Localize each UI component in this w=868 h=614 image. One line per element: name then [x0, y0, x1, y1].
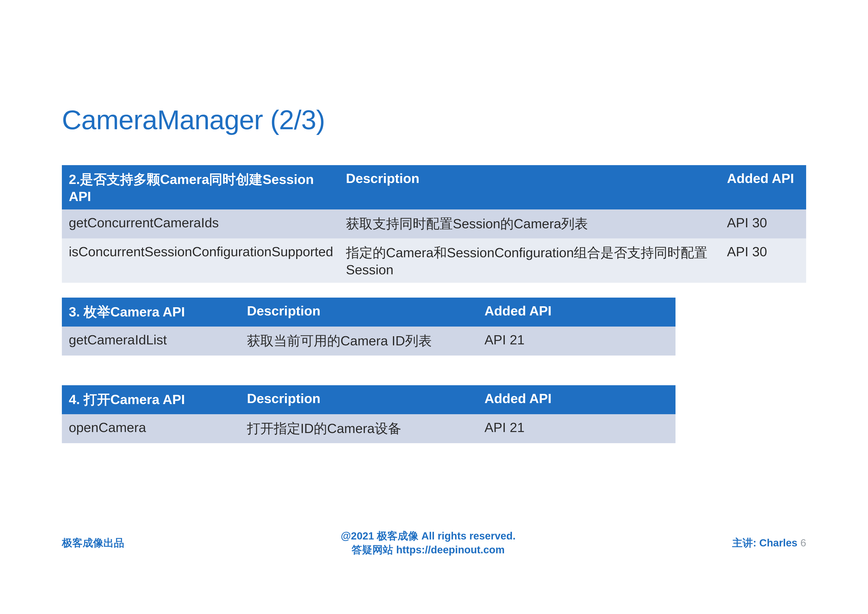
table-cell: API 30 [720, 238, 806, 283]
table-cell: openCamera [62, 414, 240, 443]
table-cell: API 21 [477, 326, 676, 356]
api-table: 2.是否支持多颗Camera同时创建Session APIDescription… [62, 165, 806, 283]
presenter-label: 主讲: Charles [732, 536, 797, 550]
table-row: isConcurrentSessionConfigurationSupporte… [62, 238, 806, 283]
table-header-cell: 3. 枚举Camera API [62, 298, 240, 326]
table-cell: API 21 [477, 414, 676, 443]
footer: 极客成像出品 @2021 极客成像 All rights reserved. 答… [62, 529, 806, 557]
table-row: getConcurrentCameraIds获取支持同时配置Session的Ca… [62, 210, 806, 238]
table-header-cell: Added API [720, 165, 806, 210]
api-table: 3. 枚举Camera APIDescriptionAdded APIgetCa… [62, 298, 676, 356]
api-table: 4. 打开Camera APIDescriptionAdded APIopenC… [62, 385, 676, 443]
table-header-cell: Description [240, 385, 477, 414]
page-title: CameraManager (2/3) [62, 104, 806, 135]
table-cell: 打开指定ID的Camera设备 [240, 414, 477, 443]
table-cell: 指定的Camera和SessionConfiguration组合是否支持同时配置… [339, 238, 720, 283]
table-cell: 获取支持同时配置Session的Camera列表 [339, 210, 720, 238]
footer-center-line1: @2021 极客成像 All rights reserved. [341, 529, 515, 543]
table-row: getCameraIdList获取当前可用的Camera ID列表API 21 [62, 326, 676, 356]
page-number: 6 [800, 537, 806, 549]
table-cell: getCameraIdList [62, 326, 240, 356]
table-row: openCamera打开指定ID的Camera设备API 21 [62, 414, 676, 443]
footer-left: 极客成像出品 [62, 536, 124, 550]
table-header-cell: Description [339, 165, 720, 210]
table-header-cell: Description [240, 298, 477, 326]
tables-container: 2.是否支持多颗Camera同时创建Session APIDescription… [62, 165, 806, 443]
table-cell: API 30 [720, 210, 806, 238]
table-cell: 获取当前可用的Camera ID列表 [240, 326, 477, 356]
table-cell: isConcurrentSessionConfigurationSupporte… [62, 238, 339, 283]
table-cell: getConcurrentCameraIds [62, 210, 339, 238]
footer-center: @2021 极客成像 All rights reserved. 答疑网站 htt… [341, 529, 515, 557]
footer-center-line2: 答疑网站 https://deepinout.com [341, 543, 515, 557]
table-header-cell: 2.是否支持多颗Camera同时创建Session API [62, 165, 339, 210]
footer-right: 主讲: Charles 6 [732, 536, 806, 550]
table-header-cell: 4. 打开Camera API [62, 385, 240, 414]
table-header-cell: Added API [477, 385, 676, 414]
table-header-cell: Added API [477, 298, 676, 326]
